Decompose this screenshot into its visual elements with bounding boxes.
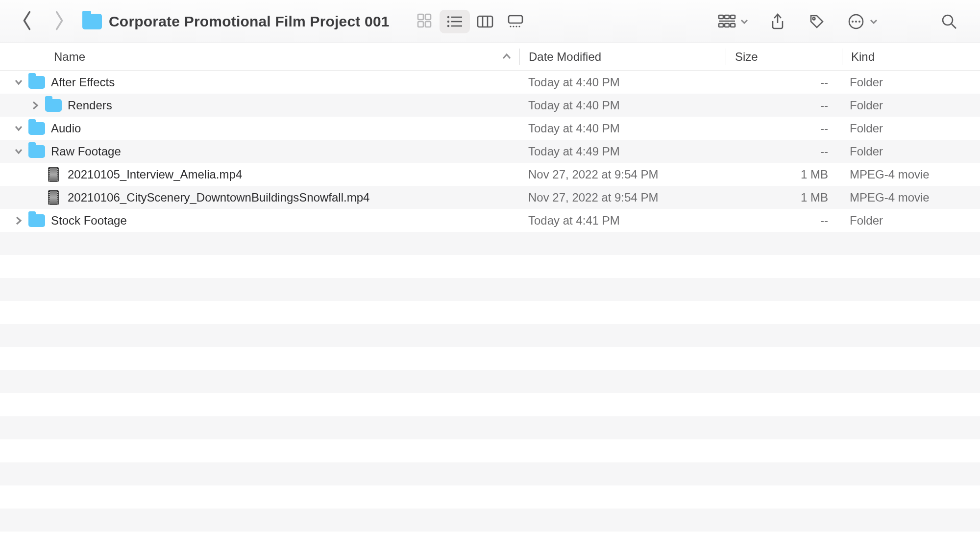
disclosure-right-icon[interactable] [30, 101, 40, 110]
search-button[interactable] [939, 11, 959, 32]
disclosure-spacer [30, 170, 40, 179]
video-file-icon [48, 167, 59, 182]
svg-point-14 [510, 25, 511, 27]
chevron-down-icon [740, 17, 749, 26]
svg-rect-24 [731, 24, 735, 27]
file-kind: MPEG-4 movie [841, 191, 980, 204]
svg-point-28 [852, 21, 854, 23]
svg-rect-1 [425, 14, 431, 20]
svg-point-29 [855, 21, 857, 23]
column-header-kind[interactable]: Kind [842, 50, 980, 64]
file-kind: Folder [841, 122, 980, 135]
column-header-size[interactable]: Size [726, 50, 842, 64]
empty-row [0, 509, 980, 532]
file-date-modified: Today at 4:40 PM [519, 122, 725, 135]
disclosure-right-icon[interactable] [14, 216, 24, 226]
empty-row [0, 301, 980, 324]
column-label: Kind [851, 50, 875, 63]
forward-button[interactable] [52, 10, 66, 33]
file-date-modified: Today at 4:41 PM [519, 214, 725, 228]
folder-icon [28, 214, 45, 228]
file-row[interactable]: After EffectsToday at 4:40 PM--Folder [0, 71, 980, 94]
svg-rect-2 [418, 22, 423, 27]
column-headers: Name Date Modified Size Kind [0, 43, 980, 71]
svg-point-17 [518, 25, 520, 27]
group-by-button[interactable] [716, 11, 749, 32]
file-date-modified: Nov 27, 2022 at 9:54 PM [519, 191, 725, 204]
svg-point-6 [447, 20, 449, 22]
file-kind: Folder [841, 76, 980, 89]
file-row[interactable]: RendersToday at 4:40 PM--Folder [0, 94, 980, 117]
svg-line-32 [952, 24, 956, 28]
view-list-button[interactable] [440, 10, 470, 33]
empty-row [0, 439, 980, 462]
svg-point-26 [813, 17, 815, 20]
view-gallery-button[interactable] [500, 10, 531, 33]
empty-row [0, 324, 980, 347]
empty-row [0, 255, 980, 278]
file-date-modified: Today at 4:49 PM [519, 145, 725, 158]
share-button[interactable] [767, 11, 788, 32]
view-columns-button[interactable] [470, 10, 500, 33]
empty-row [0, 393, 980, 416]
svg-point-15 [513, 25, 514, 27]
view-icons-button[interactable] [409, 10, 440, 33]
file-size: 1 MB [725, 191, 841, 204]
toolbar-actions [716, 11, 959, 32]
tags-button[interactable] [807, 11, 827, 32]
file-name: Raw Footage [51, 145, 121, 158]
column-label: Name [54, 50, 85, 64]
folder-icon [28, 76, 45, 89]
sort-ascending-icon [501, 51, 513, 63]
file-size: -- [725, 99, 841, 112]
column-header-date-modified[interactable]: Date Modified [520, 50, 726, 64]
video-file-icon [48, 190, 59, 205]
file-date-modified: Nov 27, 2022 at 9:54 PM [519, 168, 725, 181]
column-header-name[interactable]: Name [0, 50, 519, 64]
folder-icon [45, 99, 62, 112]
file-row[interactable]: 20210106_CityScenery_DowntownBuildingsSn… [0, 186, 980, 209]
file-size: -- [725, 145, 841, 158]
file-row[interactable]: Raw FootageToday at 4:49 PM--Folder [0, 140, 980, 163]
file-size: 1 MB [725, 168, 841, 181]
svg-rect-23 [725, 24, 729, 27]
svg-rect-0 [418, 14, 423, 20]
file-row[interactable]: AudioToday at 4:40 PM--Folder [0, 117, 980, 140]
file-list: After EffectsToday at 4:40 PM--FolderRen… [0, 71, 980, 534]
file-size: -- [725, 76, 841, 89]
empty-row [0, 485, 980, 509]
page-title: Corporate Promotional Film Project 001 [109, 13, 390, 30]
svg-rect-18 [719, 15, 723, 19]
back-button[interactable] [21, 10, 34, 33]
folder-icon [28, 145, 45, 158]
file-kind: MPEG-4 movie [841, 168, 980, 181]
disclosure-down-icon[interactable] [14, 77, 24, 87]
folder-icon [28, 122, 45, 135]
file-name: 20210106_CityScenery_DowntownBuildingsSn… [68, 191, 369, 204]
file-name: After Effects [51, 76, 115, 89]
file-kind: Folder [841, 145, 980, 158]
empty-row [0, 532, 980, 534]
svg-rect-20 [731, 15, 735, 19]
more-actions-button[interactable] [846, 11, 878, 32]
group-icon [716, 11, 737, 32]
svg-rect-22 [719, 24, 723, 27]
empty-row [0, 462, 980, 485]
file-row[interactable]: 20210105_Interview_Amelia.mp4Nov 27, 202… [0, 163, 980, 186]
empty-row [0, 278, 980, 301]
svg-point-31 [943, 15, 953, 25]
file-kind: Folder [841, 214, 980, 228]
svg-point-16 [515, 25, 517, 27]
svg-rect-3 [425, 22, 431, 27]
file-row[interactable]: Stock FootageToday at 4:41 PM--Folder [0, 209, 980, 232]
breadcrumb[interactable]: Corporate Promotional Film Project 001 [82, 13, 390, 30]
file-date-modified: Today at 4:40 PM [519, 99, 725, 112]
disclosure-down-icon[interactable] [14, 147, 24, 156]
view-mode-group [409, 10, 531, 33]
empty-row [0, 347, 980, 370]
chevron-down-icon [869, 17, 878, 26]
svg-point-30 [858, 21, 860, 23]
svg-point-4 [447, 16, 449, 18]
disclosure-down-icon[interactable] [14, 124, 24, 133]
svg-rect-10 [478, 16, 492, 27]
